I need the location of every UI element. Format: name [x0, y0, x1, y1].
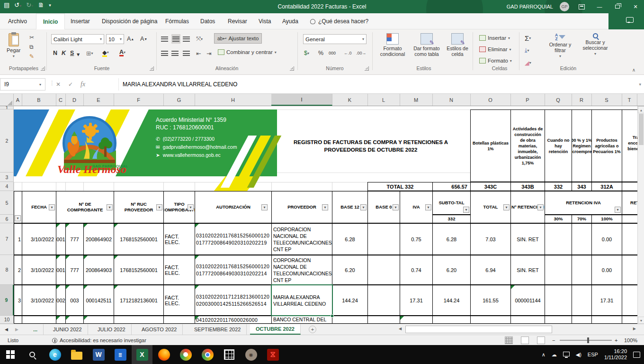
merge-center-button[interactable]: Combinar y centrar▾: [218, 49, 277, 55]
sheet-nav-right-icon[interactable]: ▶: [15, 324, 18, 335]
cell-E10[interactable]: [83, 316, 114, 324]
header-proveedor[interactable]: PROVEEDOR: [271, 191, 332, 223]
cell-A9[interactable]: 3: [14, 285, 22, 316]
cell-G8[interactable]: FACT. ELEC.: [163, 255, 195, 285]
autosum-icon[interactable]: Σ▾: [525, 33, 531, 43]
cell-I9-active[interactable]: MARIA ALEXANDRA VILLARREAL CEDENO: [271, 285, 332, 316]
view-page-break-icon[interactable]: [537, 335, 545, 346]
col-header-I-selected[interactable]: I: [271, 94, 332, 106]
cell-O7[interactable]: 7.03: [470, 223, 511, 255]
number-format-select[interactable]: General▾: [303, 34, 367, 44]
cell-K9[interactable]: 144.24: [332, 285, 368, 316]
row-header-8[interactable]: 8: [0, 255, 14, 285]
cell-P9[interactable]: 000001144: [510, 285, 545, 316]
header-A[interactable]: [14, 191, 22, 223]
filter-icon[interactable]: [537, 204, 544, 210]
cell-P10[interactable]: [510, 316, 545, 324]
col-header-R[interactable]: R: [572, 94, 592, 106]
bold-button[interactable]: N: [53, 48, 57, 58]
cell-B7[interactable]: 3/10/2022: [22, 223, 56, 255]
cell-E4[interactable]: [83, 182, 114, 191]
enter-icon[interactable]: ✓: [68, 78, 73, 91]
cell-O2[interactable]: Botellas plásticas 1%: [470, 109, 511, 182]
cell-Q8[interactable]: [545, 255, 572, 285]
delete-cells-button[interactable]: Eliminar▾: [479, 46, 511, 52]
cell-L4-total-label[interactable]: TOTAL 332: [367, 182, 433, 191]
header-30[interactable]: 30%: [545, 215, 572, 223]
zoom-slider-handle[interactable]: [587, 337, 589, 343]
decrease-indent-icon[interactable]: ⇤: [196, 48, 201, 58]
col-header-T[interactable]: T: [622, 94, 637, 106]
cell-M10[interactable]: [400, 316, 433, 324]
row-header-10[interactable]: 10: [0, 316, 14, 324]
close-button[interactable]: ✕: [630, 2, 641, 11]
cell-M9[interactable]: 17.31: [400, 285, 433, 316]
cancel-icon[interactable]: ✕: [56, 78, 61, 91]
cell-R4[interactable]: 343: [572, 182, 592, 191]
cell-Q9[interactable]: [545, 285, 572, 316]
clipboard-dialog-launcher[interactable]: [41, 66, 45, 71]
taskbar-firefox[interactable]: [153, 345, 174, 364]
cell-P7[interactable]: SIN. RET: [510, 223, 545, 255]
cell-M7[interactable]: 0.75: [400, 223, 433, 255]
header-n-retencion[interactable]: Nº RETENCION: [510, 191, 545, 223]
comma-style-icon[interactable]: 000: [329, 48, 336, 58]
cell-O4[interactable]: 343C: [470, 182, 511, 191]
tab-datos[interactable]: Datos: [199, 13, 216, 29]
col-header-M[interactable]: M: [400, 94, 433, 106]
cell-O8[interactable]: 6.94: [470, 255, 511, 285]
header-ruc-proveedor[interactable]: Nº RUC PROVEEDOR: [114, 191, 164, 223]
account-name[interactable]: GAD PARROQUIAL: [507, 4, 553, 9]
sheet-tab-septiembre[interactable]: SEPTIEMBRE 2022: [188, 324, 247, 335]
find-select-button[interactable]: Buscar y seleccionar▾: [579, 33, 612, 56]
scroll-left-icon[interactable]: ◀: [399, 327, 402, 331]
cell-styles-button[interactable]: ✎ Estilos de celda: [444, 33, 471, 57]
font-dialog-launcher[interactable]: [150, 66, 154, 71]
cell-M8[interactable]: 0.74: [400, 255, 433, 285]
cell-S7[interactable]: 0.00: [591, 223, 622, 255]
scroll-down-icon[interactable]: ▼: [638, 317, 644, 324]
filter-icon[interactable]: [503, 204, 510, 210]
col-header-D[interactable]: D: [65, 94, 84, 106]
cell-Q7[interactable]: [545, 223, 572, 255]
sheet-tab-julio[interactable]: JULIO 2022: [92, 324, 132, 335]
format-painter-icon[interactable]: ✎: [29, 53, 34, 60]
align-bottom-icon[interactable]: [183, 34, 190, 44]
col-header-S[interactable]: S: [591, 94, 622, 106]
filter-icon[interactable]: [360, 204, 367, 210]
cell-R7[interactable]: [572, 223, 592, 255]
cell-G9[interactable]: FACT. ELEC.: [163, 285, 195, 316]
cell-F8[interactable]: 1768152560001: [114, 255, 164, 285]
cell-S8[interactable]: 0.00: [591, 255, 622, 285]
header-base0[interactable]: BASE 0: [367, 191, 400, 223]
cell-C4[interactable]: [56, 182, 66, 191]
taskbar-excel-active[interactable]: X: [132, 345, 152, 364]
fill-color-icon[interactable]: ◆▾: [102, 47, 109, 57]
cell-L9[interactable]: [367, 285, 400, 316]
cell-L7[interactable]: [367, 223, 400, 255]
avatar[interactable]: GP: [560, 2, 569, 11]
tab-disposicion[interactable]: Disposición de página: [100, 13, 159, 29]
filter-icon[interactable]: [15, 215, 21, 221]
cell-A10[interactable]: [14, 316, 22, 324]
taskbar-word[interactable]: W: [88, 345, 109, 364]
name-box[interactable]: I9▾: [0, 78, 45, 91]
taskbar-file-explorer[interactable]: [66, 345, 87, 364]
italic-button[interactable]: K: [62, 48, 66, 58]
cell-S4[interactable]: 312A: [591, 182, 622, 191]
vertical-scroll-thumb[interactable]: [639, 114, 644, 145]
cell-P2[interactable]: Actividades de construcción de obra mate…: [510, 109, 545, 182]
align-right-icon[interactable]: [183, 48, 190, 58]
header-comprobante[interactable]: Nº DE COMPROBANTE: [56, 191, 114, 223]
sheet-title[interactable]: REGISTRO DE FACTURAS DE COMPRA Y RETENCI…: [271, 109, 470, 182]
taskbar-acrobat[interactable]: ⧖: [262, 345, 283, 364]
decrease-decimal-icon[interactable]: .00→: [356, 48, 367, 58]
col-header-Q[interactable]: Q: [545, 94, 572, 106]
header-retencion-iva[interactable]: RETENCION IVA: [545, 191, 622, 215]
scroll-up-icon[interactable]: ▲: [638, 106, 644, 113]
header-tipo-comprobante[interactable]: TIPO COMPROBANTE: [163, 191, 195, 223]
header-total[interactable]: TOTAL: [470, 191, 511, 223]
cell-I8[interactable]: CORPORACION NACIONAL DE TELECOMUNICACION…: [271, 255, 332, 285]
col-header-B[interactable]: B: [22, 94, 56, 106]
cell-A4[interactable]: [14, 182, 22, 191]
